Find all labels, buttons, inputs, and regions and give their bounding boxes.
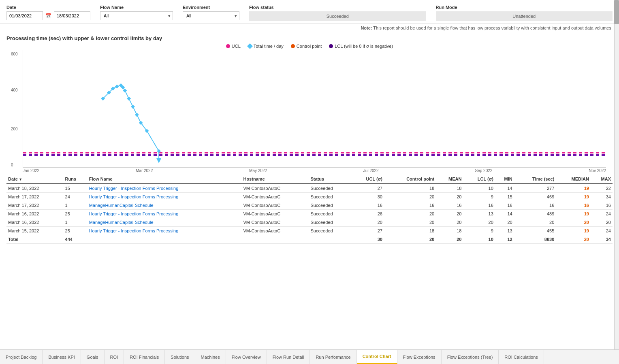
total-time-sec: 8830 [514, 235, 556, 244]
flow-status-filter-group: Flow status Succeeded [249, 5, 426, 21]
data-table-section: Date Runs Flow Name Hostname Status UCL … [0, 175, 619, 244]
cell-status: Succeeded [309, 227, 351, 235]
cell-date: March 17, 2022 [6, 201, 64, 210]
total-lcl: 10 [463, 235, 495, 244]
cell-mean: 20 [436, 218, 463, 227]
chart-area: 600 400 200 0 // Will be rendered inline [23, 50, 606, 168]
cell-time-sec: 277 [514, 184, 556, 193]
col-ucl: UCL (σ) [351, 175, 384, 184]
date-to-input[interactable] [54, 11, 90, 20]
cell-min: 14 [495, 210, 514, 218]
cell-control-point: 16 [384, 201, 436, 210]
flow-name-link[interactable]: Hourly Trigger - Inspection Forms Proces… [89, 228, 179, 233]
cell-control-point: 20 [384, 210, 436, 218]
legend-ucl: UCL [226, 44, 241, 49]
chart-arrow-head [156, 158, 161, 163]
total-min: 12 [495, 235, 514, 244]
cell-min: 16 [495, 201, 514, 210]
flow-name-dropdown[interactable]: All [100, 11, 173, 20]
tab-roi-calculations[interactable]: ROI Calculations [499, 350, 544, 364]
cell-flow-name: ManageHumanCapital-Schedule [88, 218, 242, 227]
total-median: 20 [556, 235, 591, 244]
cell-runs: 1 [64, 201, 88, 210]
cell-control-point: 18 [384, 184, 436, 193]
cell-status: Succeeded [309, 210, 351, 218]
cell-lcl: 10 [463, 184, 495, 193]
x-label-may: May 2022 [249, 168, 267, 173]
tab-run-performance[interactable]: Run Performance [310, 350, 356, 364]
tab-flow-run-detail[interactable]: Flow Run Detail [267, 350, 310, 364]
cell-hostname: VM-ContosoAutoC [241, 193, 309, 201]
date-from-input[interactable] [6, 11, 43, 20]
run-mode-filter-label: Run Mode [436, 5, 613, 10]
run-mode-button[interactable]: Unattended [436, 11, 613, 21]
control-point-dot [291, 44, 295, 48]
cell-lcl: 16 [463, 201, 495, 210]
tab-flow-overview[interactable]: Flow Overview [226, 350, 267, 364]
flow-name-link[interactable]: Hourly Trigger - Inspection Forms Proces… [89, 194, 179, 199]
legend-total-time-label: Total time / day [254, 44, 284, 49]
cell-mean: 20 [436, 210, 463, 218]
cell-hostname: VM-ContosoAutoC [241, 201, 309, 210]
lcl-dot [329, 44, 333, 48]
table-row: March 16, 2022 25 Hourly Trigger - Inspe… [6, 210, 613, 218]
cell-max: 20 [591, 218, 613, 227]
col-min: MIN [495, 175, 514, 184]
scrollbar[interactable] [614, 0, 619, 349]
tab-flow-exceptions-tree[interactable]: Flow Exceptions (Tree) [442, 350, 499, 364]
tab-solutions[interactable]: Solutions [165, 350, 195, 364]
environment-dropdown[interactable]: All [183, 11, 239, 20]
tab-project-backlog[interactable]: Project Backlog [0, 350, 43, 364]
chart-svg [23, 50, 606, 167]
cell-lcl: 9 [463, 227, 495, 235]
cell-median: 16 [556, 201, 591, 210]
cell-lcl: 20 [463, 218, 495, 227]
flow-name-link[interactable]: ManageHumanCapital-Schedule [89, 203, 154, 208]
cell-min: 13 [495, 227, 514, 235]
flow-name-link[interactable]: Hourly Trigger - Inspection Forms Proces… [89, 211, 179, 216]
cell-hostname: VM-ContosoAutoC [241, 218, 309, 227]
cell-mean: 16 [436, 201, 463, 210]
cell-runs: 25 [64, 210, 88, 218]
tab-roi[interactable]: ROI [105, 350, 124, 364]
flow-name-dropdown-wrap: All [100, 11, 173, 20]
col-median: MEDIAN [556, 175, 591, 184]
cell-date: March 15, 2022 [6, 227, 64, 235]
tab-control-chart[interactable]: Control Chart [357, 350, 397, 364]
flow-status-button[interactable]: Succeeded [249, 11, 426, 21]
cell-status: Succeeded [309, 201, 351, 210]
cell-mean: 20 [436, 193, 463, 201]
cell-max: 24 [591, 227, 613, 235]
tab-goals[interactable]: Goals [81, 350, 105, 364]
total-max: 34 [591, 235, 613, 244]
tab-flow-exceptions[interactable]: Flow Exceptions [397, 350, 442, 364]
cell-runs: 25 [64, 227, 88, 235]
legend-lcl-label: LCL (will be 0 if σ is negative) [335, 44, 393, 49]
cell-max: 34 [591, 193, 613, 201]
table-header: Date Runs Flow Name Hostname Status UCL … [6, 175, 613, 184]
cell-ucl: 27 [351, 184, 384, 193]
tab-bar: Project BacklogBusiness KPIGoalsROIROI F… [0, 349, 619, 364]
cell-mean: 18 [436, 227, 463, 235]
tab-roi-financials[interactable]: ROI Financials [124, 350, 165, 364]
flow-name-link[interactable]: Hourly Trigger - Inspection Forms Proces… [89, 186, 179, 191]
tab-machines[interactable]: Machines [195, 350, 226, 364]
note-label: Note: [361, 26, 372, 30]
total-ucl: 30 [351, 235, 384, 244]
data-diamond-7 [123, 89, 127, 93]
scrollbar-thumb[interactable] [614, 0, 619, 24]
flow-name-filter-label: Flow Name [100, 5, 173, 10]
col-time-sec: Time (sec) [514, 175, 556, 184]
cell-flow-name: ManageHumanCapital-Schedule [88, 201, 242, 210]
cell-median: 19 [556, 227, 591, 235]
ucl-dot [226, 44, 230, 48]
total-runs: 444 [64, 235, 88, 244]
data-diamond-4 [115, 85, 119, 89]
col-date[interactable]: Date [6, 175, 64, 184]
data-diamond-13 [157, 149, 161, 153]
x-label-jul: Jul 2022 [363, 168, 379, 173]
flow-name-link[interactable]: ManageHumanCapital-Schedule [89, 220, 154, 225]
tab-business-kpi[interactable]: Business KPI [43, 350, 81, 364]
table-row: March 15, 2022 25 Hourly Trigger - Inspe… [6, 227, 613, 235]
cell-ucl: 16 [351, 201, 384, 210]
